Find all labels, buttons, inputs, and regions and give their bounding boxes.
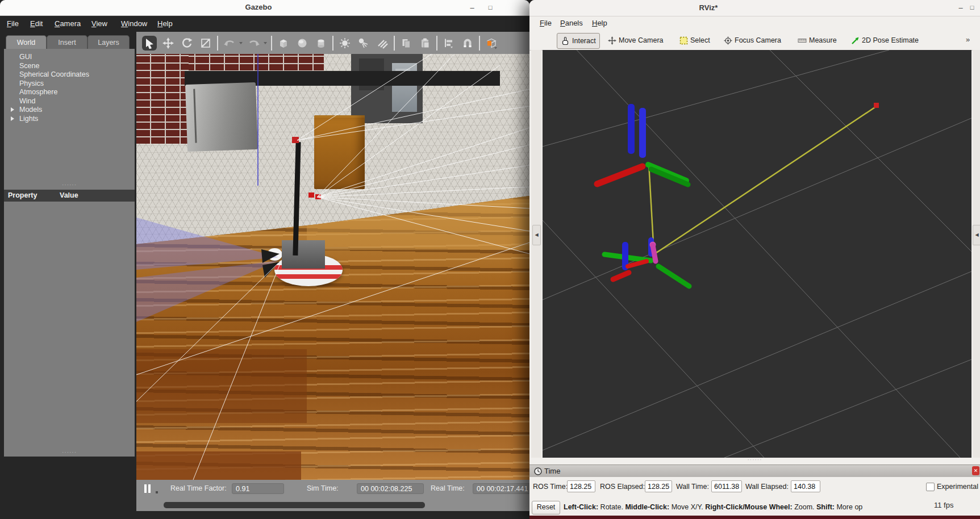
tool-select[interactable]: Select <box>676 33 714 48</box>
rviz-titlebar[interactable]: RViz* – □ ✕ <box>529 0 980 16</box>
expand-arrow-icon[interactable] <box>11 116 14 121</box>
laser-rays-white <box>136 54 529 480</box>
cylinder-shape-icon[interactable] <box>314 36 328 51</box>
gazebo-menu-edit[interactable]: Edit <box>29 18 44 30</box>
tool-label: 2D Pose Estimate <box>862 36 919 44</box>
pause-icon-bar2[interactable] <box>148 484 151 493</box>
snap-magnet-icon[interactable] <box>460 36 475 51</box>
gazebo-menu-view[interactable]: View <box>90 18 109 30</box>
gazebo-world-panel: GUI Scene Spherical Coordinates Physics … <box>4 49 135 457</box>
toolbar-separator <box>217 36 218 51</box>
directional-light-icon[interactable] <box>375 36 390 51</box>
experimental-checkbox[interactable] <box>926 483 935 491</box>
tree-item-gui[interactable]: GUI <box>4 53 135 62</box>
paste-icon[interactable] <box>418 36 432 51</box>
gazebo-bottom-scrollbar <box>136 499 529 511</box>
tree-item-models[interactable]: Models <box>4 106 135 115</box>
tool-focus-camera[interactable]: Focus Camera <box>720 33 785 48</box>
gazebo-tab-world[interactable]: World <box>6 35 47 49</box>
gazebo-minimize-button[interactable]: – <box>466 2 478 13</box>
wall-elapsed-input[interactable] <box>791 480 820 492</box>
tree-item-wind[interactable]: Wind <box>4 97 135 106</box>
rviz-window-title: RViz* <box>680 3 737 12</box>
rviz-menu-file[interactable]: File <box>540 18 552 29</box>
pose-estimate-arrow-icon <box>851 36 860 45</box>
redo-dropdown-icon[interactable] <box>264 42 267 44</box>
tree-item-physics[interactable]: Physics <box>4 79 135 89</box>
rviz-statusbar: Reset Left-Click: Rotate. Middle-Click: … <box>529 497 980 516</box>
move-camera-icon <box>608 36 616 45</box>
gazebo-menu-file[interactable]: File <box>6 18 20 30</box>
insert-building-icon[interactable] <box>484 36 499 51</box>
toolbar-separator <box>271 36 272 51</box>
toolbar-overflow-icon[interactable]: » <box>966 35 970 44</box>
expand-arrow-icon[interactable] <box>11 107 14 112</box>
tool-interact[interactable]: Interact <box>557 33 600 49</box>
right-panel-collapsed-strip: ◀ <box>973 50 980 458</box>
tool-label: Select <box>690 36 710 44</box>
spot-light-icon[interactable] <box>356 36 371 51</box>
tool-2d-pose-estimate[interactable]: 2D Pose Estimate <box>848 33 922 48</box>
value-column-header: Value <box>60 190 78 202</box>
reset-button[interactable]: Reset <box>532 501 560 514</box>
gazebo-titlebar[interactable]: Gazebo – □ <box>0 0 529 16</box>
step-icon[interactable] <box>156 491 158 493</box>
tf-frame-lower <box>604 237 689 286</box>
laser-scan-overlay <box>136 54 529 480</box>
ros-elapsed-input[interactable] <box>645 480 672 492</box>
toolbar-separator <box>436 36 437 51</box>
undo-icon[interactable] <box>222 36 237 51</box>
align-icon[interactable] <box>441 36 456 51</box>
time-panel-header[interactable]: Time ✕ <box>529 464 980 478</box>
tool-label: Interact <box>572 37 596 45</box>
rviz-3d-viewport[interactable] <box>543 50 971 458</box>
gazebo-menu-help[interactable]: Help <box>156 18 174 30</box>
point-light-icon[interactable] <box>337 36 352 51</box>
time-panel-splitter[interactable]: ······ <box>529 458 980 464</box>
undo-dropdown-icon[interactable] <box>239 42 243 44</box>
tree-item-atmosphere[interactable]: Atmosphere <box>4 88 135 97</box>
box-shape-icon[interactable] <box>276 36 291 51</box>
tool-move-camera[interactable]: Move Camera <box>604 33 667 48</box>
hand-icon <box>561 36 570 45</box>
select-arrow-icon[interactable] <box>142 36 157 51</box>
rotate-icon[interactable] <box>180 36 194 51</box>
left-panel-collapsed-strip: ◀ <box>531 50 541 458</box>
scrollbar-thumb[interactable] <box>164 502 425 508</box>
copy-icon[interactable] <box>399 36 414 51</box>
sim-time-label: Sim Time: <box>307 484 339 492</box>
gazebo-menubar: File Edit Camera View Window Help <box>0 16 529 32</box>
wall-time-input[interactable] <box>711 480 742 492</box>
gazebo-maximize-button[interactable]: □ <box>484 2 497 13</box>
tree-item-spherical-coordinates[interactable]: Spherical Coordinates <box>4 70 135 79</box>
tree-item-lights[interactable]: Lights <box>4 115 135 124</box>
focus-camera-icon <box>724 36 732 45</box>
tool-label: Measure <box>809 36 837 44</box>
rviz-3d-canvas <box>543 50 971 458</box>
tool-measure[interactable]: Measure <box>794 33 840 48</box>
rviz-menu-panels[interactable]: Panels <box>560 18 583 29</box>
panel-splitter-handle-bottom[interactable]: ······ <box>4 450 135 455</box>
collapse-displays-panel-button[interactable]: ◀ <box>532 225 541 245</box>
redo-icon[interactable] <box>247 36 261 51</box>
panel-splitter-handle[interactable]: ······ <box>4 183 135 187</box>
rviz-minimize-button[interactable]: – <box>954 2 967 13</box>
rviz-menu-help[interactable]: Help <box>592 18 607 29</box>
gazebo-tab-insert[interactable]: Insert <box>47 35 87 49</box>
toolbar-separator <box>479 36 480 51</box>
scale-icon[interactable] <box>198 36 213 51</box>
gazebo-tab-layers[interactable]: Layers <box>87 35 130 49</box>
gazebo-3d-viewport[interactable] <box>136 54 529 480</box>
pause-icon[interactable] <box>144 484 147 493</box>
translate-icon[interactable] <box>161 36 176 51</box>
time-panel-close-button[interactable]: ✕ <box>972 466 979 475</box>
gazebo-menu-window[interactable]: Window <box>120 18 148 30</box>
tool-label: Focus Camera <box>735 36 781 44</box>
gazebo-menu-camera[interactable]: Camera <box>53 18 82 30</box>
collapse-views-panel-button[interactable]: ◀ <box>973 225 980 245</box>
ros-time-input[interactable] <box>567 480 595 492</box>
sphere-shape-icon[interactable] <box>295 36 310 51</box>
time-panel-fields: ROS Time: ROS Elapsed: Wall Time: Wall E… <box>529 477 980 497</box>
property-column-header: Property <box>8 190 37 202</box>
tree-item-scene[interactable]: Scene <box>4 62 135 71</box>
